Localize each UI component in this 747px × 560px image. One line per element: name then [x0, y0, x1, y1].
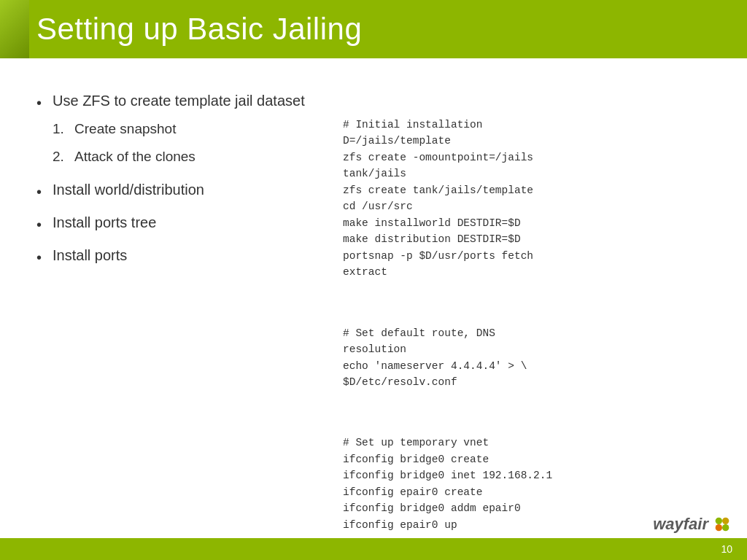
bullet-dot: • — [36, 179, 42, 205]
list-item: • Install ports tree — [36, 209, 314, 238]
bullet-text: Install world/distribution — [53, 176, 204, 203]
sub-list-item: 2. Attack of the clones — [53, 144, 305, 169]
svg-point-3 — [722, 524, 729, 531]
bullet-text: Install ports tree — [53, 209, 156, 236]
svg-point-1 — [722, 518, 729, 524]
bottom-bar: 10 — [0, 538, 747, 560]
page-number: 10 — [721, 543, 732, 555]
bullet-text: Use ZFS to create template jail dataset — [53, 93, 305, 109]
list-item: • Use ZFS to create template jail datase… — [36, 88, 314, 172]
list-item: • Install world/distribution — [36, 176, 314, 205]
bullet-section: • Use ZFS to create template jail datase… — [36, 80, 314, 487]
wayfair-logo-icon — [712, 514, 732, 534]
sub-num: 1. — [53, 117, 67, 141]
bullet-dot: • — [36, 244, 42, 271]
slide-title: Setting up Basic Jailing — [36, 12, 362, 47]
svg-point-2 — [716, 524, 722, 531]
logo-text: wayfair — [653, 515, 708, 534]
sub-list: 1. Create snapshot 2. Attack of the clon… — [53, 117, 305, 169]
logo-area: wayfair — [653, 514, 732, 534]
slide-header: Setting up Basic Jailing — [0, 0, 747, 58]
bullet-dot: • — [36, 90, 42, 116]
code-block-2: # Set default route, DNS resolution echo… — [343, 325, 718, 391]
content-area: • Use ZFS to create template jail datase… — [0, 58, 747, 494]
svg-point-0 — [716, 518, 722, 524]
main-bullet-list: • Use ZFS to create template jail datase… — [36, 88, 314, 271]
sub-list-item: 1. Create snapshot — [53, 117, 305, 141]
code-block-1: # Initial installation D=/jails/template… — [343, 117, 718, 281]
code-section: # Initial installation D=/jails/template… — [343, 80, 718, 487]
bullet-dot: • — [36, 211, 42, 238]
sub-num: 2. — [53, 144, 67, 169]
list-item: • Install ports — [36, 242, 314, 271]
sub-item-text: Create snapshot — [74, 117, 176, 141]
bullet-text: Install ports — [53, 242, 127, 268]
sub-item-text: Attack of the clones — [74, 144, 196, 169]
